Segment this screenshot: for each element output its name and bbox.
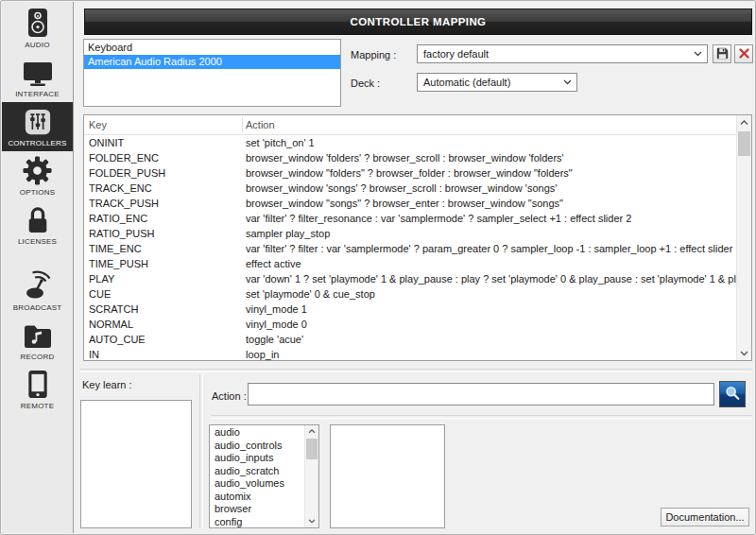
column-header-key[interactable]: Key xyxy=(89,119,107,130)
action-cell: set 'pitch_on' 1 xyxy=(241,135,736,150)
sidebar-item-options[interactable]: OPTIONS xyxy=(2,151,73,200)
scroll-up-icon[interactable] xyxy=(737,115,751,129)
list-item[interactable]: audio_scratch xyxy=(210,465,304,478)
table-header: Key Action xyxy=(84,115,736,135)
sidebar-item-label: LICENSES xyxy=(18,237,57,246)
key-cell: SCRATCH xyxy=(84,302,241,317)
sidebar-item-label: AUDIO xyxy=(25,41,49,49)
table-row[interactable]: SCRATCH vinyl_mode 1 xyxy=(84,302,736,317)
key-cell: FOLDER_ENC xyxy=(84,150,241,165)
remote-tablet-icon xyxy=(27,370,48,399)
scroll-down-icon[interactable] xyxy=(305,515,318,527)
key-cell: TIME_ENC xyxy=(84,241,241,256)
settings-sidebar: AUDIO INTERFACE CONTROLLERS OPTIONS LICE xyxy=(2,2,74,533)
table-row[interactable]: TRACK_PUSH browser_window "songs" ? brow… xyxy=(84,196,736,211)
sidebar-item-broadcast[interactable]: BROADCAST xyxy=(2,267,73,316)
key-cell: RATIO_ENC xyxy=(84,211,241,226)
list-item[interactable]: audio_controls xyxy=(210,440,304,453)
scroll-down-icon[interactable] xyxy=(737,346,751,360)
scrollbar-thumb[interactable] xyxy=(306,439,318,459)
table-row[interactable]: ONINIT set 'pitch_on' 1 xyxy=(84,135,736,150)
mapping-table-body: ONINIT set 'pitch_on' 1 FOLDER_ENC brows… xyxy=(84,135,736,360)
table-row[interactable]: AUTO_CUE toggle 'acue' xyxy=(84,332,736,347)
vertical-divider xyxy=(199,374,203,528)
action-cell: sampler play_stop xyxy=(241,226,736,241)
table-row[interactable]: IN loop_in xyxy=(84,347,736,360)
table-row[interactable]: TIME_PUSH effect active xyxy=(84,256,736,271)
action-cell: browser_window 'songs' ? browser_scroll … xyxy=(241,181,736,196)
sidebar-item-label: BROADCAST xyxy=(13,303,62,312)
broadcast-antenna-icon xyxy=(23,270,53,301)
deck-select[interactable]: Automatic (default) xyxy=(417,73,577,92)
device-list[interactable]: Keyboard American Audio Radius 2000 xyxy=(83,39,341,107)
key-cell: RATIO_PUSH xyxy=(84,226,241,241)
action-category-list[interactable]: audio audio_controls audio_inputs audio_… xyxy=(209,424,319,528)
action-cell: var 'filter' ? filter_resonance : var 's… xyxy=(241,211,736,226)
sidebar-item-controllers[interactable]: CONTROLLERS xyxy=(2,102,73,151)
device-item-controller[interactable]: American Audio Radius 2000 xyxy=(84,55,340,69)
sidebar-item-licenses[interactable]: LICENSES xyxy=(2,200,73,250)
chevron-down-icon xyxy=(563,74,572,91)
monitor-icon xyxy=(23,61,53,87)
record-folder-icon xyxy=(23,324,53,350)
action-label: Action : xyxy=(212,390,247,402)
scrollbar-thumb[interactable] xyxy=(738,131,750,156)
list-item[interactable]: automix xyxy=(210,491,304,504)
page-title: CONTROLLER MAPPING xyxy=(84,9,752,35)
action-cell: vinyl_mode 0 xyxy=(241,317,736,332)
sidebar-item-audio[interactable]: AUDIO xyxy=(2,4,73,53)
key-cell: CUE xyxy=(84,286,241,302)
action-divider xyxy=(211,415,752,419)
search-icon xyxy=(724,385,741,404)
table-row[interactable]: FOLDER_PUSH browser_window "folders" ? b… xyxy=(84,165,736,181)
action-cell: effect active xyxy=(241,256,736,271)
table-row[interactable]: RATIO_ENC var 'filter' ? filter_resonanc… xyxy=(84,211,736,226)
action-cell: vinyl_mode 1 xyxy=(241,302,736,317)
list-item[interactable]: audio_inputs xyxy=(210,452,304,465)
floppy-disk-icon xyxy=(716,47,729,61)
category-scrollbar[interactable] xyxy=(304,425,318,527)
list-item[interactable]: config xyxy=(210,516,304,528)
list-item[interactable]: audio_volumes xyxy=(210,477,304,491)
sidebar-item-label: CONTROLLERS xyxy=(8,139,66,147)
key-learn-label: Key learn : xyxy=(82,379,132,390)
action-cell: set 'playmode' 0 & cue_stop xyxy=(241,286,736,302)
gear-icon xyxy=(23,156,52,185)
action-input[interactable] xyxy=(248,383,714,406)
table-scrollbar[interactable] xyxy=(736,115,751,360)
list-item[interactable]: browser xyxy=(210,503,304,516)
controller-mapping-window: AUDIO INTERFACE CONTROLLERS OPTIONS LICE xyxy=(0,0,756,535)
sidebar-item-label: INTERFACE xyxy=(15,90,60,98)
table-row[interactable]: RATIO_PUSH sampler play_stop xyxy=(84,226,736,241)
table-row[interactable]: CUE set 'playmode' 0 & cue_stop xyxy=(84,286,736,302)
sidebar-item-remote[interactable]: REMOTE xyxy=(2,365,73,414)
action-cell: browser_window 'folders' ? browser_scrol… xyxy=(241,150,736,165)
save-mapping-button[interactable] xyxy=(713,44,731,63)
column-header-action[interactable]: Action xyxy=(246,119,275,130)
speaker-icon xyxy=(26,8,50,38)
table-row[interactable]: FOLDER_ENC browser_window 'folders' ? br… xyxy=(84,150,736,165)
action-detail-list[interactable] xyxy=(330,424,445,528)
key-learn-list[interactable] xyxy=(80,400,192,528)
documentation-button[interactable]: Documentation... xyxy=(661,508,749,526)
sidebar-item-record[interactable]: RECORD xyxy=(2,316,73,365)
key-cell: TIME_PUSH xyxy=(84,256,241,271)
action-cell: loop_in xyxy=(241,347,736,360)
table-row[interactable]: NORMAL vinyl_mode 0 xyxy=(84,317,736,332)
action-cell: var 'down' 1 ? set 'playmode' 1 & play_p… xyxy=(241,271,736,286)
list-item[interactable]: audio xyxy=(210,426,304,440)
chevron-down-icon xyxy=(694,45,702,62)
sidebar-item-interface[interactable]: INTERFACE xyxy=(2,53,73,102)
key-cell: NORMAL xyxy=(84,317,241,332)
red-x-icon xyxy=(739,48,749,60)
device-item-keyboard[interactable]: Keyboard xyxy=(84,41,340,55)
action-cell: browser_window "folders" ? browser_folde… xyxy=(241,165,736,181)
mapping-select[interactable]: factory default xyxy=(417,44,708,63)
table-row[interactable]: TRACK_ENC browser_window 'songs' ? brows… xyxy=(84,181,736,196)
search-action-button[interactable] xyxy=(719,381,746,407)
table-row[interactable]: TIME_ENC var 'filter' ? filter : var 'sa… xyxy=(84,241,736,256)
delete-mapping-button[interactable] xyxy=(734,44,753,63)
scroll-up-icon[interactable] xyxy=(305,425,318,438)
sidebar-item-label: REMOTE xyxy=(21,402,54,410)
table-row[interactable]: PLAY var 'down' 1 ? set 'playmode' 1 & p… xyxy=(84,271,736,286)
